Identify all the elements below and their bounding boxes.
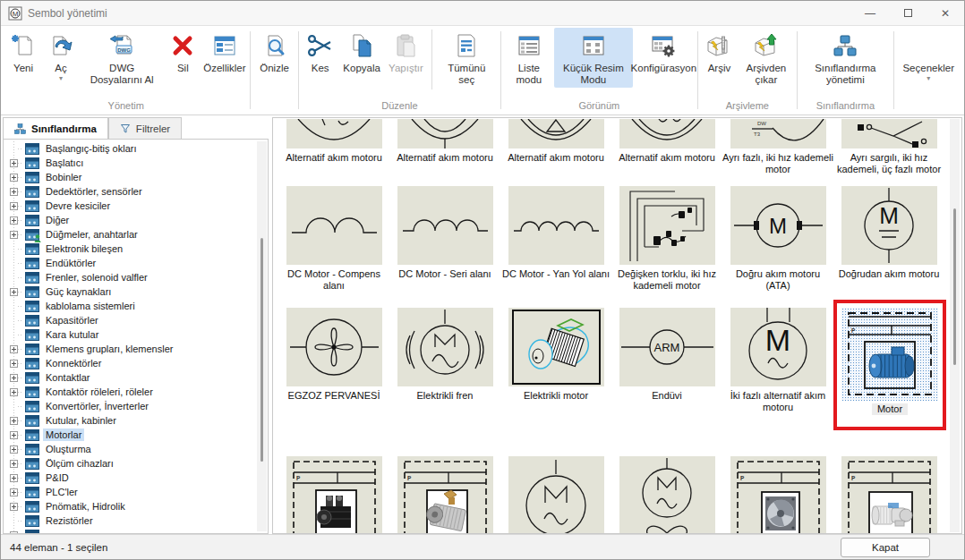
- symbol-cell-dc-coil-2[interactable]: DC Motor - Compens alanı: [278, 186, 389, 292]
- symbol-cell-armature-arm[interactable]: ARMEndüvi: [611, 308, 722, 438]
- toolbar-button-arşiv[interactable]: Arşiv: [700, 28, 738, 76]
- toolbar-button-kopyala[interactable]: Kopyala: [339, 28, 385, 76]
- tree-item-başlatıcı[interactable]: Başlatıcı: [5, 156, 255, 170]
- symbol-cell-direct-dc-circle-m[interactable]: MDoğrudan akım motoru: [833, 186, 944, 292]
- grid-scrollbar-thumb[interactable]: [953, 208, 956, 365]
- tree-item-p&id[interactable]: P&ID: [5, 471, 255, 485]
- tree-item-kara-kutular[interactable]: Kara kutular: [5, 327, 255, 342]
- toolbar-button-önizle[interactable]: Önizle: [253, 28, 295, 76]
- symbol-cell-ac-motor-arc-a[interactable]: Alternatif akım motoru: [278, 119, 389, 175]
- tree-item-rezistörler[interactable]: Rezistörler: [5, 513, 255, 528]
- tree-item-diğer[interactable]: Diğer: [5, 213, 255, 227]
- symbol-cell-fan-photo[interactable]: PPervane: [722, 456, 833, 533]
- toolbar-button-yapıştır[interactable]: Yapıştır: [384, 28, 427, 76]
- tree-item-pnömatik-hidrolik[interactable]: Pnömatik, Hidrolik: [5, 499, 255, 513]
- tree-scrollbar[interactable]: [257, 141, 267, 531]
- expand-plus-icon[interactable]: [10, 417, 18, 425]
- tree-item-label: kablolama sistemleri: [43, 300, 138, 312]
- symbol-cell-ac-motor-arc-delta[interactable]: Alternatif akım motoru: [500, 119, 611, 175]
- tree-item-kablolama-sistemleri[interactable]: kablolama sistemleri: [5, 299, 255, 313]
- expand-plus-icon[interactable]: [10, 288, 18, 296]
- toolbar-button-arşivden-çıkar[interactable]: Arşivden çıkar: [738, 28, 794, 88]
- toolbar-button-tümünü-seç[interactable]: Tümünü seç: [435, 28, 498, 88]
- symbol-cell-electric-motor-3d[interactable]: Elektrikli motor: [500, 308, 611, 438]
- toolbar-button-liste-modu[interactable]: Liste modu: [504, 28, 554, 88]
- tree-item-plc-ler[interactable]: PLC'ler: [5, 485, 255, 499]
- expand-plus-icon[interactable]: [10, 374, 18, 382]
- symbol-cell-propeller-circle[interactable]: Pervane: [611, 456, 722, 533]
- tree-item-frenler-solenoid-valfler[interactable]: Frenler, solenoid valfler: [5, 270, 255, 284]
- expand-plus-icon[interactable]: [10, 345, 18, 353]
- tree-item-elektronik-bileşen[interactable]: Elektronik bileşen: [5, 242, 255, 256]
- symbol-cell-motor-circle-m-sine[interactable]: Motor: [500, 456, 611, 533]
- tree-item-başlangıç-bitiş-okları[interactable]: Başlangıç-bitiş okları: [5, 141, 255, 156]
- toolbar-button-sınıflandırma-yönetimi[interactable]: Sınıflandırma yönetimi: [800, 28, 891, 88]
- maximize-button[interactable]: [889, 1, 927, 25]
- kapat-button[interactable]: Kapat: [841, 538, 930, 557]
- tree-item-kontaktör-röleleri-röleler[interactable]: Kontaktör röleleri, röleler: [5, 385, 255, 399]
- tree-item-cutoff[interactable]: [5, 528, 255, 533]
- toolbar-button-küçük-resim-modu[interactable]: Küçük Resim Modu: [554, 28, 633, 88]
- tree-item-devre-kesiciler[interactable]: Devre kesiciler: [5, 199, 255, 213]
- expand-plus-icon[interactable]: [10, 474, 18, 482]
- tree-item-düğmeler-anahtarlar[interactable]: Düğmeler, anahtarlar: [5, 227, 255, 242]
- status-text: 44 eleman - 1 seçilen: [10, 542, 841, 553]
- tree-item-konnektörler[interactable]: Konnektörler: [5, 356, 255, 370]
- tree-item-konvertörler-i-nverterler[interactable]: Konvertörler, İnverterler: [5, 399, 255, 413]
- expand-plus-icon[interactable]: [10, 188, 18, 196]
- symbol-cell-separate-winding-y[interactable]: Ayrı sargılı, iki hız kademeli, üç fazlı…: [833, 119, 944, 175]
- tab-classification[interactable]: Sınıflandırma: [3, 117, 108, 139]
- toolbar-button-konfigürasyon[interactable]: Konfigürasyon: [633, 28, 695, 76]
- symbol-cell-pump-photo[interactable]: PPompa: [833, 456, 944, 533]
- tree-scrollbar-thumb[interactable]: [260, 238, 263, 462]
- expand-plus-icon[interactable]: [10, 445, 18, 454]
- tree-item-klemens-grupları-klemensler[interactable]: Klemens grupları, klemensler: [5, 342, 255, 356]
- expand-plus-icon[interactable]: [10, 431, 18, 439]
- expand-plus-icon[interactable]: [10, 360, 18, 368]
- toolbar-button-aç[interactable]: Aç▾: [42, 28, 80, 84]
- symbol-cell-ac-motor-arc-grounded[interactable]: Alternatif akım motoru: [389, 119, 500, 175]
- symbol-cell-exhaust-fan[interactable]: EGZOZ PERVANESİ: [278, 308, 389, 438]
- tree-item-kontaktlar[interactable]: Kontaktlar: [5, 370, 255, 385]
- tree-item-güç-kaynakları[interactable]: Güç kaynakları: [5, 284, 255, 299]
- expand-plus-icon[interactable]: [10, 460, 18, 468]
- symbol-cell-motor-blue-selected[interactable]: PMotor: [833, 300, 946, 430]
- symbol-cell-dc-coil-4[interactable]: DC Motor - Yan Yol alanı: [500, 186, 611, 292]
- tree-item-kutular-kabinler[interactable]: Kutular, kabinler: [5, 413, 255, 428]
- grid-scrollbar[interactable]: [950, 119, 960, 532]
- expand-plus-icon[interactable]: [10, 503, 18, 511]
- symbol-cell-motor-photo-gray[interactable]: PMotor: [389, 456, 500, 533]
- expand-plus-icon[interactable]: [10, 174, 18, 182]
- symbol-cell-electric-brake[interactable]: Elektrikli fren: [389, 308, 500, 438]
- tree-item-ölçüm-cihazları[interactable]: Ölçüm cihazları: [5, 456, 255, 471]
- expand-plus-icon[interactable]: [10, 202, 18, 210]
- close-button[interactable]: ✕: [927, 1, 964, 25]
- symbol-cell-dc-motor-circle-m[interactable]: MDoğru akım motoru (ATA): [722, 186, 833, 292]
- toolbar-button-özellikler[interactable]: Özellikler: [201, 28, 247, 76]
- tree-item-motorlar[interactable]: Motorlar: [5, 428, 255, 442]
- expand-plus-icon[interactable]: [10, 388, 18, 396]
- expand-plus-icon[interactable]: [10, 159, 18, 167]
- toolbar-button-seçenekler[interactable]: Seçenekler▾: [896, 28, 961, 84]
- tree-item-dedektörler-sensörler[interactable]: Dedektörler, sensörler: [5, 184, 255, 199]
- expand-plus-icon[interactable]: [10, 216, 18, 225]
- tab-filters[interactable]: Filtreler: [108, 117, 182, 139]
- symbol-cell-two-phase-ac-motor[interactable]: Mİki fazlı alternatif akım motoru: [722, 308, 833, 438]
- toolbar-button-yeni[interactable]: Yeni: [4, 28, 42, 76]
- expand-plus-icon[interactable]: [10, 531, 18, 534]
- tree-item-kapasitörler[interactable]: Kapasitörler: [5, 313, 255, 327]
- expand-plus-icon[interactable]: [10, 488, 18, 496]
- minimize-button[interactable]: —: [851, 1, 889, 25]
- symbol-cell-variable-torque-schematic[interactable]: Değişken torklu, iki hız kademeli motor: [611, 186, 722, 292]
- symbol-cell-motor-photo-black[interactable]: PMotor: [278, 456, 389, 533]
- symbol-cell-ac-motor-arc-b[interactable]: Alternatif akım motoru: [611, 119, 722, 175]
- toolbar-button-sil[interactable]: Sil: [164, 28, 201, 76]
- tree-item-bobinler[interactable]: Bobinler: [5, 170, 255, 184]
- toolbar-button-dwg-dosyalarını-al[interactable]: DWGDWG Dosyalarını Al: [80, 28, 164, 88]
- tree-item-endüktörler[interactable]: Endüktörler: [5, 256, 255, 270]
- symbol-cell-split-phase-arc[interactable]: DWT3Ayrı fazlı, iki hız kademeli motor: [722, 119, 833, 175]
- toolbar-button-kes[interactable]: Kes: [302, 28, 339, 76]
- expand-plus-icon[interactable]: [10, 231, 18, 239]
- tree-item-oluşturma[interactable]: Oluşturma: [5, 442, 255, 456]
- symbol-cell-dc-coil-3[interactable]: DC Motor - Seri alanı: [389, 186, 500, 292]
